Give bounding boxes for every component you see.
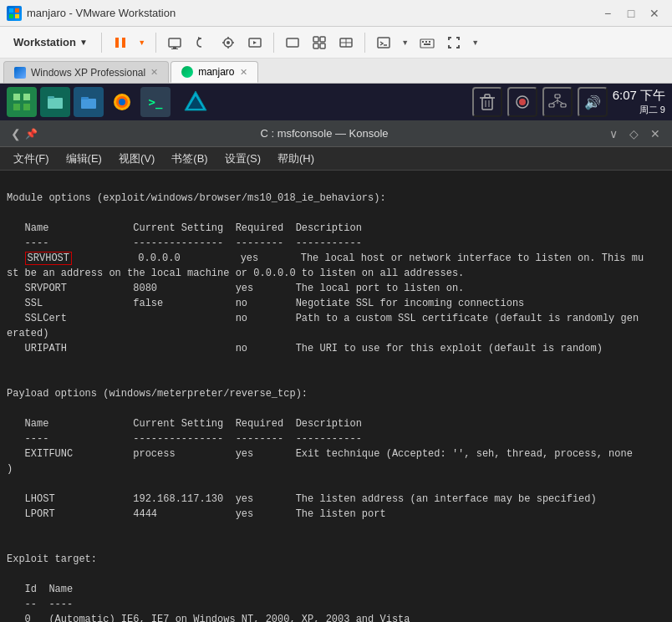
tab-windows-xp[interactable]: Windows XP Professional ✕: [3, 61, 169, 83]
view-button[interactable]: [334, 31, 358, 54]
svg-rect-43: [485, 94, 490, 98]
app-icon-terminal[interactable]: >_: [140, 87, 171, 117]
snapshot-button[interactable]: [216, 31, 240, 54]
konsole-collapse-button[interactable]: ∨: [604, 125, 623, 142]
tab-label-manjaro: manjaro: [198, 66, 234, 78]
tab-icon-xp: [14, 67, 26, 79]
app-icon: [7, 6, 22, 21]
svg-rect-5: [122, 38, 125, 48]
console-dropdown-button[interactable]: ▼: [399, 31, 412, 54]
window-title: manjaro - VMware Workstation: [27, 7, 597, 19]
svg-line-53: [557, 100, 563, 104]
expand-dropdown-button[interactable]: ▼: [469, 31, 482, 54]
app-icon-manjaro[interactable]: [7, 87, 37, 117]
menu-file[interactable]: 文件(F): [7, 150, 56, 168]
pause-dropdown-button[interactable]: ▼: [135, 31, 149, 54]
svg-rect-25: [425, 41, 427, 43]
svg-rect-21: [378, 38, 389, 48]
terminal-line-1: Module options (exploit/windows/browser/…: [7, 192, 386, 204]
svg-rect-4: [115, 38, 119, 48]
menu-bookmarks[interactable]: 书签(B): [165, 150, 214, 168]
volume-icon[interactable]: 🔊: [578, 87, 608, 117]
app-icon-folder[interactable]: [74, 87, 104, 117]
tabs-bar: Windows XP Professional ✕ manjaro ✕: [0, 59, 672, 84]
app-toolbar: >_ 🔊 6:07 下午 周二 9: [0, 84, 672, 120]
tab-manjaro[interactable]: manjaro ✕: [171, 61, 257, 83]
workstation-label: Workstation: [13, 36, 76, 48]
console-button[interactable]: [372, 31, 395, 54]
svg-marker-9: [198, 37, 201, 40]
toolbar-sep3: [273, 33, 274, 53]
konsole-back-button[interactable]: ❮: [7, 125, 25, 143]
clock-time: 6:07 下午: [613, 88, 665, 104]
svg-rect-30: [13, 104, 20, 110]
svg-rect-1: [15, 8, 19, 13]
fullscreen-button[interactable]: [281, 31, 304, 54]
revert-button[interactable]: [190, 31, 213, 54]
konsole-menubar: 文件(F) 编辑(E) 视图(V) 书签(B) 设置(S) 帮助(H): [0, 147, 672, 171]
menu-settings[interactable]: 设置(S): [218, 150, 267, 168]
toolbar-sep2: [155, 33, 156, 53]
main-layout: ❮ 📌 C : msfconsole — Konsole ∨ ◇ ✕ 文件(F)…: [0, 120, 672, 622]
main-toolbar: Workstation ▼ ▼ ▼: [0, 27, 672, 59]
toolbar-separator: [101, 33, 102, 53]
svg-rect-41: [482, 98, 492, 110]
title-bar: manjaro - VMware Workstation − □ ✕: [0, 0, 672, 27]
svg-rect-14: [313, 37, 318, 42]
pause-button[interactable]: [109, 31, 132, 54]
konsole-win-buttons: ∨ ◇ ✕: [604, 125, 665, 142]
svg-line-52: [552, 100, 557, 104]
svg-rect-34: [81, 99, 96, 109]
konsole-title: C : msfconsole — Konsole: [44, 127, 604, 140]
svg-rect-6: [169, 38, 181, 47]
app-icon-firefox[interactable]: [107, 87, 137, 117]
record-icon[interactable]: [507, 87, 537, 117]
srvhost-highlight: SRVHOST: [25, 252, 72, 265]
svg-rect-7: [173, 47, 176, 48]
send-keys-button[interactable]: [415, 31, 439, 54]
restore-button[interactable]: □: [620, 5, 642, 22]
menu-edit[interactable]: 编辑(E): [59, 150, 109, 168]
svg-point-11: [227, 41, 230, 44]
konsole-float-button[interactable]: ◇: [624, 125, 644, 142]
svg-rect-0: [9, 8, 13, 13]
clock: 6:07 下午 周二 9: [613, 88, 665, 116]
suspend-button[interactable]: [243, 31, 267, 54]
tab-label-xp: Windows XP Professional: [31, 67, 145, 79]
menu-help[interactable]: 帮助(H): [271, 150, 321, 168]
svg-rect-27: [424, 43, 430, 45]
svg-rect-8: [171, 48, 178, 49]
app-icon-files[interactable]: [40, 87, 70, 117]
terminal-output: Module options (exploit/windows/browser/…: [0, 171, 672, 622]
svg-rect-3: [15, 14, 19, 18]
terminal-line-2: Name Current Setting Required Descriptio…: [7, 222, 644, 622]
vm-settings-button[interactable]: [163, 31, 186, 54]
svg-rect-50: [561, 104, 566, 107]
close-button[interactable]: ✕: [644, 5, 665, 22]
app-icon-msf[interactable]: [181, 87, 211, 117]
pin-icon: 📌: [25, 128, 38, 140]
toolbar-sep4: [364, 33, 365, 53]
clock-date: 周二 9: [613, 104, 665, 116]
window-controls: − □ ✕: [597, 5, 665, 22]
konsole-close-button[interactable]: ✕: [645, 125, 665, 142]
trash-icon[interactable]: [472, 87, 502, 117]
tab-close-manjaro[interactable]: ✕: [240, 67, 247, 78]
svg-point-38: [119, 99, 125, 105]
tab-icon-manjaro: [181, 66, 193, 78]
tab-close-xp[interactable]: ✕: [150, 67, 158, 78]
svg-rect-33: [48, 96, 54, 99]
unity-button[interactable]: [308, 31, 331, 54]
menu-view[interactable]: 视图(V): [112, 150, 161, 168]
svg-point-47: [519, 99, 526, 105]
network-icon[interactable]: [542, 87, 573, 117]
workstation-menu[interactable]: Workstation ▼: [7, 33, 94, 52]
svg-rect-29: [23, 94, 30, 100]
svg-rect-35: [81, 97, 89, 99]
svg-rect-32: [48, 98, 63, 109]
svg-rect-26: [429, 41, 430, 43]
svg-rect-16: [313, 43, 318, 48]
minimize-button[interactable]: −: [597, 5, 619, 22]
konsole-titlebar: ❮ 📌 C : msfconsole — Konsole ∨ ◇ ✕: [0, 120, 672, 147]
expand-button[interactable]: [442, 31, 466, 54]
